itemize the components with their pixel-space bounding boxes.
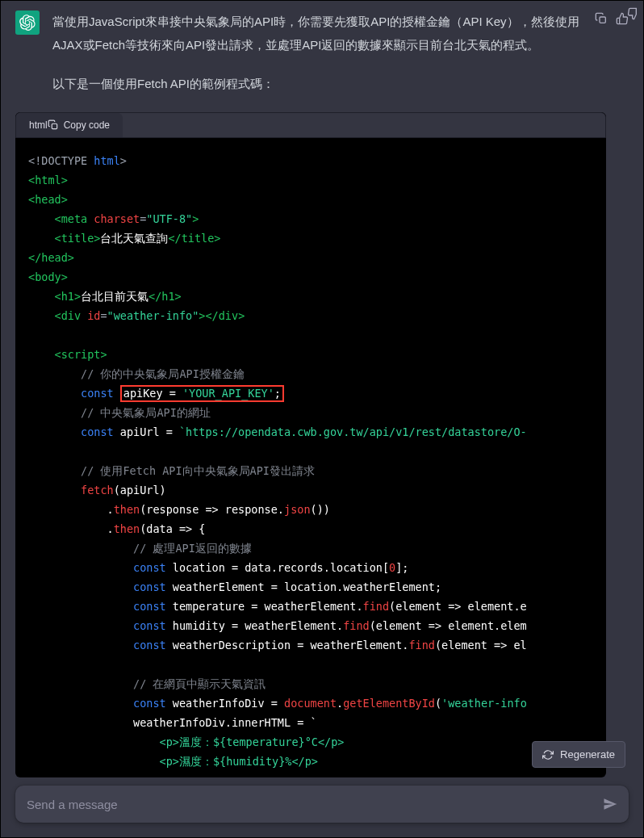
send-button[interactable] (603, 797, 617, 811)
copy-icon[interactable] (595, 12, 608, 28)
intro-p2: 以下是一個使用Fetch API的範例程式碼： (52, 73, 582, 96)
refresh-icon (542, 749, 554, 760)
assistant-avatar (15, 10, 40, 35)
code-lang-label: html (29, 119, 48, 131)
svg-rect-1 (600, 17, 605, 23)
code-block: html Copy code <!DOCTYPE html> <html> <h… (15, 112, 606, 778)
regenerate-label: Regenerate (560, 748, 615, 760)
code-content: <!DOCTYPE html> <html> <head> <meta char… (15, 138, 606, 778)
copy-code-button[interactable]: Copy code (48, 119, 110, 131)
api-key-highlight: apiKey = 'YOUR_API_KEY'; (120, 385, 284, 403)
assistant-message-row: 當使用JavaScript來串接中央氣象局的API時，你需要先獲取API的授權金… (15, 10, 629, 777)
intro-p1: 當使用JavaScript來串接中央氣象局的API時，你需要先獲取API的授權金… (52, 10, 582, 57)
thumbs-down-icon[interactable] (624, 7, 637, 23)
message-input[interactable] (27, 798, 603, 811)
copy-code-label: Copy code (64, 119, 110, 131)
send-icon (603, 797, 617, 811)
message-input-bar[interactable] (15, 786, 629, 823)
assistant-text: 當使用JavaScript來串接中央氣象局的API時，你需要先獲取API的授權金… (52, 10, 582, 96)
clipboard-icon (48, 119, 59, 131)
regenerate-button[interactable]: Regenerate (532, 741, 625, 768)
svg-rect-0 (52, 124, 56, 128)
